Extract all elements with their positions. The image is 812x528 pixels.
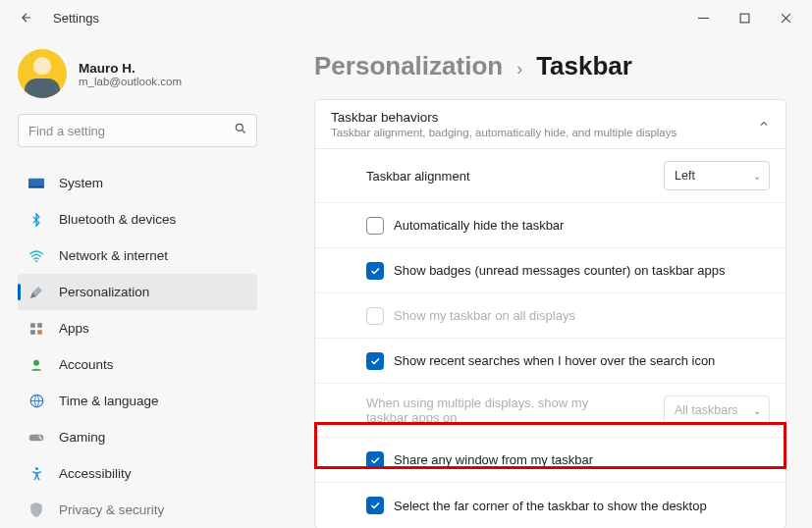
sidebar-item-label: Gaming (59, 430, 105, 445)
user-email: m_lab@outlook.com (79, 76, 182, 87)
gaming-icon (27, 429, 45, 447)
breadcrumb-current: Taskbar (536, 51, 632, 81)
badges-label: Show badges (unread messages counter) on… (394, 263, 725, 278)
chevron-right-icon: › (516, 59, 522, 79)
accounts-icon (27, 356, 45, 374)
accessibility-icon (27, 465, 45, 483)
sidebar-item-system[interactable]: System (18, 165, 257, 201)
autohide-label: Automatically hide the taskbar (394, 218, 564, 233)
user-profile[interactable]: Mauro H. m_lab@outlook.com (18, 49, 257, 98)
sidebar-item-label: Privacy & security (59, 502, 164, 517)
svg-rect-3 (28, 185, 44, 187)
svg-rect-6 (37, 323, 42, 328)
time-language-icon (27, 393, 45, 410)
chevron-down-icon: ⌄ (753, 171, 761, 182)
search-input[interactable] (18, 114, 257, 147)
content-area: Personalization › Taskbar Taskbar behavi… (275, 35, 812, 528)
sidebar-item-label: Time & language (59, 394, 159, 408)
multidisplay-dropdown: All taskbars ⌄ (664, 396, 770, 425)
sidebar-item-accounts[interactable]: Accounts (18, 346, 257, 383)
svg-point-12 (38, 435, 40, 437)
privacy-icon (27, 502, 45, 519)
row-autohide[interactable]: Automatically hide the taskbar (315, 203, 785, 248)
sidebar-item-label: Network & internet (59, 248, 168, 263)
apps-icon (27, 320, 45, 338)
breadcrumb: Personalization › Taskbar (314, 51, 786, 81)
recent-search-label: Show recent searches when I hover over t… (394, 353, 715, 368)
sidebar-item-time-language[interactable]: Time & language (18, 383, 257, 419)
sidebar-item-label: Personalization (59, 285, 149, 299)
svg-rect-7 (30, 330, 35, 335)
alignment-label: Taskbar alignment (366, 169, 470, 184)
sidebar-item-bluetooth[interactable]: Bluetooth & devices (18, 201, 257, 238)
alignment-dropdown[interactable]: Left ⌄ (664, 161, 770, 190)
sidebar-item-personalization[interactable]: Personalization (18, 274, 257, 310)
share-any-checkbox[interactable] (366, 451, 384, 469)
minimize-button[interactable] (682, 3, 724, 32)
sidebar-item-accessibility[interactable]: Accessibility (18, 455, 257, 492)
row-all-displays: Show my taskbar on all displays (315, 293, 785, 339)
recent-search-checkbox[interactable] (366, 352, 384, 370)
personalization-icon (27, 284, 45, 301)
multidisplay-label: When using multiple displays, show my ta… (366, 396, 622, 425)
share-any-label: Share any window from my taskbar (394, 452, 593, 467)
maximize-button[interactable] (724, 3, 765, 32)
panel-title: Taskbar behaviors (331, 110, 677, 125)
svg-point-9 (33, 359, 39, 365)
all-displays-label: Show my taskbar on all displays (394, 308, 575, 323)
panel-subtitle: Taskbar alignment, badging, automaticall… (331, 127, 677, 138)
sidebar-item-label: Accessibility (59, 466, 132, 481)
sidebar-item-gaming[interactable]: Gaming (18, 419, 257, 455)
row-badges[interactable]: Show badges (unread messages counter) on… (315, 248, 785, 293)
sidebar-item-label: System (59, 176, 103, 190)
sidebar-item-label: Bluetooth & devices (59, 212, 176, 227)
window-controls (682, 3, 806, 32)
row-multidisplay: When using multiple displays, show my ta… (315, 384, 785, 438)
svg-point-14 (34, 467, 37, 470)
nav-list: System Bluetooth & devices Network & int… (18, 165, 257, 528)
alignment-value: Left (675, 169, 695, 183)
svg-point-13 (40, 437, 42, 439)
window-title: Settings (53, 11, 99, 26)
panel-header[interactable]: Taskbar behaviors Taskbar alignment, bad… (315, 100, 785, 149)
search-wrap (18, 114, 257, 147)
autohide-checkbox[interactable] (366, 217, 384, 235)
sidebar-item-label: Apps (59, 321, 89, 336)
svg-point-1 (236, 124, 243, 131)
main-layout: Mauro H. m_lab@outlook.com System Blueto (0, 35, 812, 528)
system-icon (27, 175, 45, 192)
sidebar: Mauro H. m_lab@outlook.com System Blueto (0, 35, 275, 528)
user-name: Mauro H. (79, 61, 182, 76)
multidisplay-value: All taskbars (675, 403, 738, 417)
close-button[interactable] (765, 3, 806, 32)
svg-rect-8 (37, 330, 42, 335)
badges-checkbox[interactable] (366, 262, 384, 280)
svg-point-4 (35, 260, 37, 262)
bluetooth-icon (27, 211, 45, 229)
all-displays-checkbox (366, 307, 384, 325)
network-icon (27, 247, 45, 265)
row-far-corner[interactable]: Select the far corner of the taskbar to … (315, 483, 785, 528)
far-corner-label: Select the far corner of the taskbar to … (394, 499, 707, 513)
search-icon (234, 122, 247, 139)
row-share-any[interactable]: Share any window from my taskbar (315, 438, 785, 483)
taskbar-behaviors-panel: Taskbar behaviors Taskbar alignment, bad… (314, 99, 786, 528)
row-alignment: Taskbar alignment Left ⌄ (315, 149, 785, 203)
row-recent-search[interactable]: Show recent searches when I hover over t… (315, 339, 785, 384)
svg-rect-5 (30, 323, 35, 328)
far-corner-checkbox[interactable] (366, 497, 384, 514)
breadcrumb-parent[interactable]: Personalization (314, 51, 503, 81)
sidebar-item-privacy[interactable]: Privacy & security (18, 492, 257, 528)
sidebar-item-apps[interactable]: Apps (18, 310, 257, 346)
back-button[interactable] (14, 5, 39, 30)
chevron-up-icon (758, 116, 770, 133)
svg-rect-0 (740, 14, 749, 23)
avatar (18, 49, 67, 98)
titlebar: Settings (0, 0, 812, 35)
sidebar-item-label: Accounts (59, 357, 114, 372)
sidebar-item-network[interactable]: Network & internet (18, 238, 257, 274)
chevron-down-icon: ⌄ (753, 405, 761, 416)
